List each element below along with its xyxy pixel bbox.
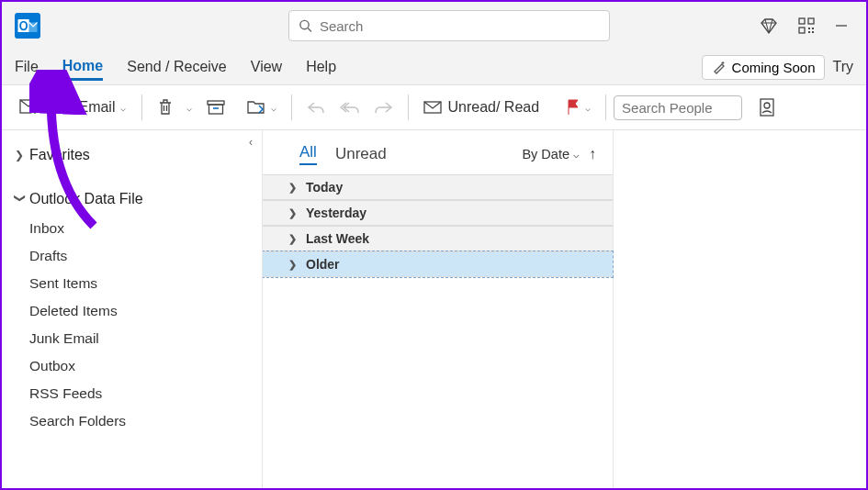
flag-icon [567, 99, 580, 116]
unread-read-button[interactable]: Unread/ Read [416, 95, 547, 119]
outlook-logo [15, 13, 40, 39]
delete-button[interactable] [150, 95, 181, 120]
svg-rect-5 [799, 18, 805, 24]
menu-file[interactable]: File [15, 55, 39, 79]
menu-bar: File Home Send / Receive View Help Comin… [2, 50, 866, 84]
folder-item[interactable]: Deleted Items [29, 297, 262, 325]
move-button[interactable]: ⌵ [240, 95, 284, 119]
reply-all-icon [340, 100, 360, 115]
coming-soon-button[interactable]: Coming Soon [702, 55, 826, 80]
chevron-right-icon: ❯ [288, 233, 297, 245]
group-label: Yesterday [306, 206, 366, 220]
search-icon [299, 18, 312, 33]
archive-button[interactable] [199, 96, 232, 118]
group-label: Today [306, 180, 343, 195]
data-file-group[interactable]: ❯ Outlook Data File [2, 184, 262, 215]
archive-icon [207, 100, 225, 115]
reply-all-button[interactable] [333, 96, 367, 118]
flag-button[interactable]: ⌵ [559, 95, 598, 119]
svg-point-3 [300, 20, 309, 28]
search-box[interactable] [288, 10, 610, 41]
mail-plus-icon [19, 99, 39, 116]
svg-rect-11 [812, 31, 814, 33]
filter-unread-tab[interactable]: Unread [335, 145, 387, 163]
mail-icon [423, 100, 442, 115]
wand-icon [712, 60, 727, 74]
trash-icon [157, 98, 174, 117]
chevron-down-icon[interactable]: ⌵ [585, 103, 591, 113]
message-group-row[interactable]: ❯Today [263, 174, 613, 200]
reply-icon [307, 100, 325, 115]
reply-button[interactable] [299, 96, 333, 118]
ribbon-toolbar: New Email ⌵ ⌵ ⌵ Unread/ Read ⌵ [2, 84, 866, 130]
svg-rect-19 [761, 99, 773, 116]
chevron-down-icon: ❯ [14, 194, 27, 205]
message-list-pane: All Unread By Date ⌵ ↑ ❯Today❯Yesterday❯… [263, 130, 614, 488]
folder-item[interactable]: Search Folders [29, 407, 262, 435]
premium-icon[interactable] [760, 17, 778, 35]
folder-item[interactable]: Inbox [29, 215, 262, 242]
coming-soon-label: Coming Soon [732, 60, 816, 75]
chevron-right-icon: ❯ [15, 149, 26, 161]
folder-item[interactable]: RSS Feeds [29, 380, 262, 407]
favorites-group[interactable]: ❯ Favorites [2, 139, 262, 171]
forward-button[interactable] [367, 96, 400, 118]
menu-home[interactable]: Home [62, 54, 103, 81]
sort-direction-button[interactable]: ↑ [589, 146, 596, 162]
sort-dropdown[interactable]: By Date ⌵ [522, 147, 580, 161]
chevron-down-icon[interactable]: ⌵ [120, 103, 126, 113]
unread-read-label: Unread/ Read [447, 99, 539, 116]
data-file-label: Outlook Data File [29, 191, 143, 207]
folder-item[interactable]: Outbox [29, 352, 262, 380]
svg-line-4 [308, 28, 311, 32]
svg-rect-16 [209, 105, 223, 114]
collapse-sidebar-button[interactable]: ‹ [249, 136, 253, 149]
search-people-input[interactable] [614, 95, 742, 120]
folder-item[interactable]: Drafts [29, 242, 262, 270]
menu-view[interactable]: View [251, 55, 282, 79]
filter-all-tab[interactable]: All [299, 143, 317, 165]
group-label: Older [306, 257, 340, 272]
chevron-right-icon: ❯ [288, 182, 297, 194]
message-group-row[interactable]: ❯Last Week [263, 226, 613, 251]
svg-rect-8 [808, 28, 810, 29]
try-button[interactable]: Try [832, 59, 853, 75]
minimize-button[interactable] [835, 19, 848, 32]
chevron-down-icon[interactable]: ⌵ [186, 103, 192, 113]
new-email-button[interactable]: New Email ⌵ [11, 95, 134, 120]
group-label: Last Week [306, 231, 369, 246]
folder-item[interactable]: Sent Items [29, 270, 262, 297]
new-email-label: New Email [45, 99, 115, 116]
svg-point-20 [764, 103, 770, 108]
folder-item[interactable]: Junk Email [29, 325, 262, 352]
chevron-right-icon: ❯ [288, 259, 297, 271]
svg-rect-10 [808, 31, 810, 33]
chevron-right-icon: ❯ [288, 207, 297, 219]
svg-rect-7 [799, 28, 805, 33]
favorites-label: Favorites [29, 147, 90, 163]
search-input[interactable] [320, 18, 600, 34]
reading-pane [614, 130, 866, 488]
forward-icon [375, 100, 393, 115]
qr-icon[interactable] [798, 17, 815, 34]
message-group-row[interactable]: ❯Yesterday [263, 200, 613, 226]
contact-icon [759, 98, 775, 117]
chevron-down-icon: ⌵ [573, 149, 580, 161]
content-area: ‹ ❯ Favorites ❯ Outlook Data File InboxD… [2, 130, 866, 488]
menu-help[interactable]: Help [306, 55, 336, 79]
sort-label: By Date [522, 147, 569, 161]
svg-rect-9 [812, 28, 814, 29]
chevron-down-icon[interactable]: ⌵ [271, 103, 276, 113]
message-group-row[interactable]: ❯Older [263, 251, 613, 277]
folder-pane: ‹ ❯ Favorites ❯ Outlook Data File InboxD… [2, 130, 263, 488]
svg-rect-6 [808, 18, 814, 24]
folder-move-icon [247, 99, 265, 116]
address-book-button[interactable] [751, 95, 783, 120]
menu-send-receive[interactable]: Send / Receive [127, 55, 227, 79]
title-bar [2, 2, 866, 50]
